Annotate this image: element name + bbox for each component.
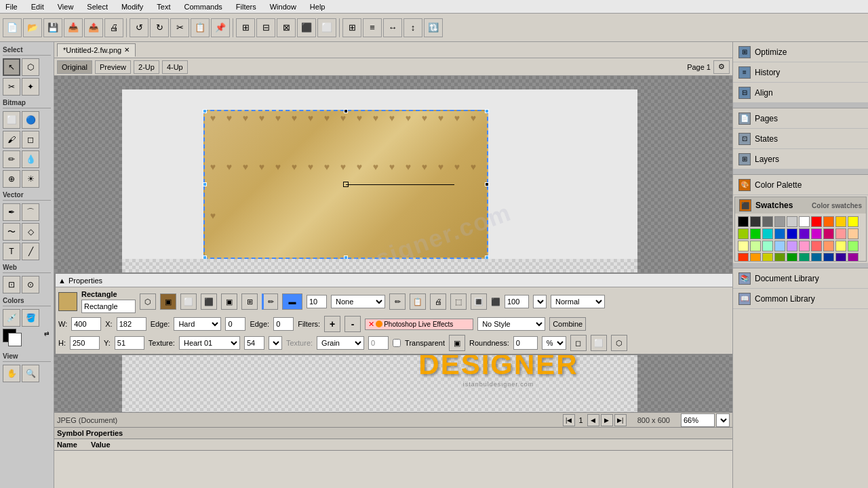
color-swatch-39[interactable] — [848, 253, 859, 261]
hotspot-tool[interactable]: ⊙ — [22, 276, 39, 293]
color-swatch-32[interactable] — [762, 253, 773, 261]
shape-btn3[interactable]: ⬡ — [611, 335, 627, 351]
freeform-tool[interactable]: 〜 — [3, 223, 20, 241]
slice-tool[interactable]: ⊡ — [3, 276, 20, 293]
height-input[interactable] — [70, 336, 100, 350]
color-swatch-20[interactable] — [738, 241, 749, 251]
stroke-icon-5[interactable]: 🔳 — [471, 293, 487, 310]
stroke-style-btn1[interactable]: ⬜ — [180, 293, 197, 310]
tb-group[interactable]: ⬛ — [297, 18, 316, 37]
tb-undo[interactable]: ↺ — [130, 18, 149, 37]
tb-rotate[interactable]: 🔃 — [424, 18, 443, 37]
swap-colors-icon[interactable]: ⇄ — [44, 330, 50, 337]
tb-print[interactable]: 🖨 — [104, 18, 123, 37]
color-swatch-17[interactable] — [823, 228, 834, 239]
panel-document-library[interactable]: 📚 Document Library — [733, 268, 868, 289]
shape-swatch[interactable] — [58, 292, 77, 311]
shape-subtype-input[interactable] — [81, 300, 136, 313]
y-input[interactable] — [115, 336, 144, 350]
canvas-image[interactable]: ♥ ♥ ♥ ♥ ♥ ♥ ♥ ♥ ♥ ♥ ♥ ♥ ♥ ♥ ♥ — [203, 110, 488, 259]
color-swatch-2[interactable] — [762, 216, 773, 227]
color-swatch-12[interactable] — [762, 228, 773, 239]
color-swatch-15[interactable] — [799, 228, 810, 239]
color-swatch-13[interactable] — [774, 228, 785, 239]
menu-text[interactable]: Text — [154, 2, 173, 12]
color-swatch-3[interactable] — [774, 216, 785, 227]
view-original-btn[interactable]: Original — [57, 60, 92, 74]
tb-paste[interactable]: 📌 — [211, 18, 230, 37]
tb-redo[interactable]: ↻ — [150, 18, 169, 37]
color-swatch-31[interactable] — [750, 253, 761, 261]
tb-export[interactable]: 📤 — [84, 18, 103, 37]
view-2up-btn[interactable]: 2-Up — [134, 60, 159, 74]
menu-window[interactable]: Window — [267, 2, 299, 12]
color-swatch-9[interactable] — [848, 216, 859, 227]
page-settings-btn[interactable]: ⚙ — [713, 60, 730, 74]
text-tool[interactable]: T — [3, 243, 20, 260]
menu-view[interactable]: View — [55, 2, 77, 12]
texture2-num[interactable] — [368, 336, 389, 350]
panel-optimize[interactable]: ⊞ Optimize — [733, 42, 868, 62]
color-swatch-29[interactable] — [848, 241, 859, 251]
color-swatch-30[interactable] — [738, 253, 749, 261]
texture-amount-select[interactable] — [269, 336, 282, 350]
live-effects-close[interactable]: ✕ — [368, 320, 374, 329]
width-input[interactable] — [71, 317, 101, 331]
roundness-unit-select[interactable]: % — [542, 336, 566, 350]
color-swatch-5[interactable] — [799, 216, 810, 227]
color-swatch-16[interactable] — [811, 228, 822, 239]
tb-copy[interactable]: 📋 — [191, 18, 210, 37]
lasso-select-tool[interactable]: ⬡ — [22, 58, 39, 76]
props-collapse-icon[interactable]: ▲ — [58, 277, 66, 285]
tb-fit[interactable]: ⊞ — [236, 18, 255, 37]
nav-first[interactable]: |◀ — [563, 414, 575, 426]
filter-remove-btn[interactable]: - — [344, 316, 361, 332]
stroke-style-btn3[interactable]: ▣ — [221, 293, 237, 310]
tb-distribute[interactable]: ≡ — [363, 18, 382, 37]
texture2-select[interactable]: Grain — [317, 336, 364, 350]
roundness-input[interactable] — [513, 336, 538, 350]
brush-tool[interactable]: 🖌 — [3, 131, 20, 148]
nav-prev[interactable]: ◀ — [587, 414, 599, 426]
opacity-input[interactable] — [505, 295, 529, 308]
panel-swatches[interactable]: ⬛ Swatches — [739, 199, 793, 211]
color-swatch-28[interactable] — [835, 241, 846, 251]
color-swatch-27[interactable] — [823, 241, 834, 251]
color-swatch-26[interactable] — [811, 241, 822, 251]
tb-flip-h[interactable]: ↔ — [383, 18, 402, 37]
panel-layers[interactable]: ⊞ Layers — [733, 149, 868, 169]
menu-select[interactable]: Select — [84, 2, 111, 12]
panel-pages[interactable]: 📄 Pages — [733, 108, 868, 129]
tb-flip-v[interactable]: ↕ — [403, 18, 422, 37]
eraser-tool[interactable]: ◻ — [22, 131, 39, 148]
color-swatch-10[interactable] — [738, 228, 749, 239]
tb-import[interactable]: 📥 — [64, 18, 83, 37]
tb-fit2[interactable]: ⊟ — [256, 18, 275, 37]
color-swatch-7[interactable] — [823, 216, 834, 227]
color-swatch-8[interactable] — [835, 216, 846, 227]
tb-ungroup[interactable]: ⬜ — [317, 18, 336, 37]
tb-open[interactable]: 📂 — [23, 18, 42, 37]
color-swatch-37[interactable] — [823, 253, 834, 261]
bezier-tool[interactable]: ⌒ — [22, 203, 39, 221]
dodge-tool[interactable]: ☀ — [22, 170, 39, 188]
color-swatch-22[interactable] — [762, 241, 773, 251]
color-swatch-25[interactable] — [799, 241, 810, 251]
zoom-tool[interactable]: 🔍 — [22, 365, 39, 382]
fill-tool-btn2[interactable]: ▬ — [282, 293, 302, 310]
color-swatch-35[interactable] — [799, 253, 810, 261]
tb-fit3[interactable]: ⊠ — [277, 18, 296, 37]
panel-states[interactable]: ⊡ States — [733, 129, 868, 149]
fill-tool-btn1[interactable]: ✏ — [262, 293, 278, 310]
stroke-icon-4[interactable]: ⬚ — [450, 293, 467, 310]
blend-mode-select[interactable]: Normal — [551, 295, 605, 308]
texture-select[interactable]: Heart 01 — [179, 336, 240, 350]
clone-tool[interactable]: ⊕ — [3, 170, 20, 188]
tb-align[interactable]: ⊞ — [342, 18, 361, 37]
panel-color-palette[interactable]: 🎨 Color Palette — [733, 175, 868, 195]
eyedropper-tool[interactable]: 💉 — [3, 309, 20, 327]
color-swatch-4[interactable] — [787, 216, 797, 227]
stroke-icon-2[interactable]: 📋 — [410, 293, 426, 310]
pointer-tool[interactable]: ↖ — [3, 58, 20, 76]
transparent-checkbox[interactable] — [393, 339, 401, 347]
